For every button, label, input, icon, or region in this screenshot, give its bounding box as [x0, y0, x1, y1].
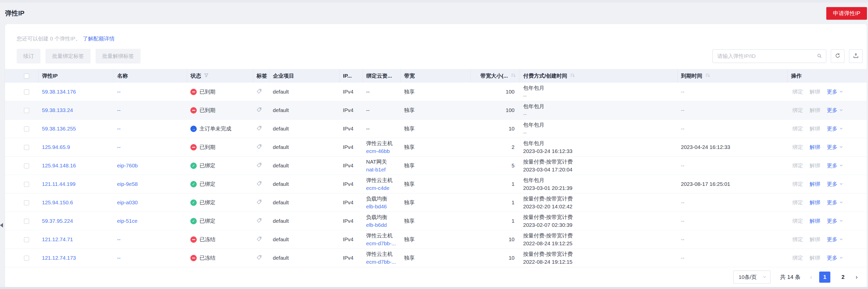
tag-icon[interactable]	[256, 182, 262, 187]
more-action[interactable]: 更多	[827, 254, 843, 261]
page-number-2[interactable]: 2	[837, 271, 848, 283]
more-action[interactable]: 更多	[827, 218, 843, 225]
tag-icon[interactable]	[256, 126, 262, 132]
bind-action[interactable]: 绑定	[793, 162, 803, 169]
batch-bind-tags-button[interactable]: 批量绑定标签	[45, 49, 91, 63]
bind-action[interactable]: 绑定	[793, 143, 803, 151]
bandwidth-type-cell: 独享	[401, 212, 470, 230]
refresh-button[interactable]	[831, 49, 844, 63]
row-checkbox[interactable]	[24, 163, 29, 168]
tag-icon[interactable]	[256, 108, 262, 114]
row-checkbox[interactable]	[24, 237, 29, 242]
eip-link[interactable]: 121.12.74.71	[42, 236, 73, 242]
tag-icon[interactable]	[256, 219, 262, 224]
resource-link[interactable]: ecm-d7bb-...	[366, 240, 396, 246]
bind-action[interactable]: 绑定	[793, 88, 803, 95]
eip-link[interactable]: 59.38.136.255	[42, 126, 76, 131]
resource-link[interactable]: ecm-d7bb-...	[366, 259, 396, 265]
eip-link[interactable]: 59.37.95.224	[42, 218, 73, 224]
resource-link[interactable]: elb-bd46	[366, 203, 387, 210]
row-checkbox[interactable]	[24, 256, 29, 261]
unbind-action[interactable]: 解绑	[810, 107, 820, 114]
bind-action[interactable]: 绑定	[793, 125, 803, 132]
quota-detail-link[interactable]: 了解配额详情	[83, 36, 115, 41]
unbind-action[interactable]: 解绑	[810, 88, 820, 95]
column-label-name: 名称	[117, 72, 128, 79]
row-checkbox[interactable]	[24, 126, 29, 131]
unbind-action[interactable]: 解绑	[810, 254, 820, 261]
bind-action[interactable]: 绑定	[793, 236, 803, 243]
bind-action[interactable]: 绑定	[793, 254, 803, 261]
row-checkbox[interactable]	[24, 90, 29, 95]
unbind-action[interactable]: 解绑	[810, 181, 820, 188]
batch-unbind-tags-button[interactable]: 批量解绑标签	[96, 49, 141, 63]
unbind-action[interactable]: 解绑	[810, 199, 820, 206]
more-action[interactable]: 更多	[827, 143, 843, 151]
more-action[interactable]: 更多	[827, 107, 843, 114]
sort-icon[interactable]	[510, 72, 516, 79]
bind-action[interactable]: 绑定	[793, 107, 803, 114]
tag-icon[interactable]	[256, 237, 262, 243]
row-checkbox[interactable]	[24, 200, 29, 205]
status-text: 已冻结	[199, 236, 215, 243]
row-checkbox[interactable]	[24, 145, 29, 150]
ip-version-cell: IPv4	[339, 83, 363, 101]
more-label: 更多	[827, 181, 837, 188]
eip-link[interactable]: 121.11.44.199	[42, 181, 75, 187]
eip-name[interactable]: eip-9e58	[117, 181, 138, 187]
row-checkbox[interactable]	[24, 108, 29, 113]
resource-type: 弹性云主机	[366, 139, 401, 147]
tag-icon[interactable]	[256, 255, 262, 261]
unbind-action[interactable]: 解绑	[810, 125, 820, 132]
search-input[interactable]	[713, 49, 826, 63]
eip-link[interactable]: 125.94.148.16	[42, 163, 76, 168]
more-action[interactable]: 更多	[827, 181, 843, 188]
eip-name[interactable]: eip-51ce	[117, 218, 137, 224]
eip-link[interactable]: 125.94.65.9	[42, 144, 70, 150]
resource-cell: 负载均衡elb-bd46	[363, 193, 401, 212]
resource-link[interactable]: nat-b1ef	[366, 167, 385, 172]
export-button[interactable]	[849, 49, 863, 63]
eip-link[interactable]: 125.94.150.6	[42, 199, 73, 205]
page-size-select[interactable]: 10条/页	[733, 270, 770, 284]
unbind-action[interactable]: 解绑	[810, 162, 820, 169]
tag-icon[interactable]	[256, 200, 262, 206]
select-all-checkbox[interactable]	[24, 73, 29, 78]
bind-action[interactable]: 绑定	[793, 181, 803, 188]
project-cell: default	[269, 230, 339, 249]
more-action[interactable]: 更多	[827, 125, 843, 132]
apply-eip-button[interactable]: 申请弹性IP	[826, 7, 867, 20]
prev-page-button[interactable]: ‹	[810, 274, 812, 280]
bind-action[interactable]: 绑定	[793, 199, 803, 206]
tag-icon[interactable]	[256, 89, 262, 95]
renew-button[interactable]: 续订	[17, 49, 40, 63]
resource-link[interactable]: ecm-c4de	[366, 185, 390, 191]
sort-icon[interactable]	[705, 72, 711, 79]
collapse-left-icon[interactable]	[0, 223, 3, 228]
eip-link[interactable]: 59.38.133.24	[42, 107, 73, 113]
column-label-billing: 付费方式/创建时间	[523, 72, 567, 79]
unbind-action[interactable]: 解绑	[810, 236, 820, 243]
more-action[interactable]: 更多	[827, 162, 843, 169]
more-action[interactable]: 更多	[827, 236, 843, 243]
page-number-1[interactable]: 1	[819, 271, 830, 283]
row-checkbox[interactable]	[24, 182, 29, 187]
eip-link[interactable]: 59.38.134.176	[42, 89, 76, 95]
more-action[interactable]: 更多	[827, 199, 843, 206]
tag-icon[interactable]	[256, 144, 262, 151]
resource-link[interactable]: elb-b6dd	[366, 222, 387, 228]
tag-icon[interactable]	[256, 163, 262, 169]
eip-name[interactable]: eip-a030	[117, 199, 138, 205]
unbind-action[interactable]: 解绑	[810, 218, 820, 225]
unbind-action[interactable]: 解绑	[810, 143, 820, 151]
bind-action[interactable]: 绑定	[793, 218, 803, 225]
eip-link[interactable]: 121.12.74.173	[42, 255, 76, 261]
next-page-button[interactable]: ›	[856, 274, 858, 280]
more-action[interactable]: 更多	[827, 88, 843, 95]
row-checkbox[interactable]	[24, 219, 29, 224]
search-icon[interactable]	[817, 53, 822, 60]
filter-icon[interactable]	[204, 73, 209, 79]
eip-name[interactable]: eip-760b	[117, 163, 138, 168]
sort-icon[interactable]	[570, 72, 575, 79]
resource-link[interactable]: ecm-46bb	[366, 148, 390, 154]
